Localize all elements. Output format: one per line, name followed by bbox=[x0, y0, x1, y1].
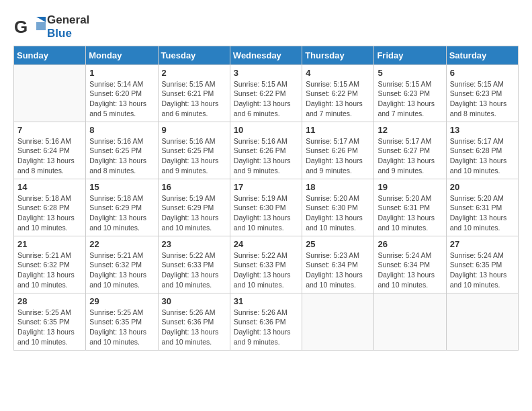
day-info: Sunrise: 5:17 AM Sunset: 6:27 PM Dayligh… bbox=[378, 136, 442, 176]
day-info: Sunrise: 5:20 AM Sunset: 6:31 PM Dayligh… bbox=[450, 193, 515, 233]
day-info: Sunrise: 5:16 AM Sunset: 6:26 PM Dayligh… bbox=[234, 136, 298, 176]
day-number: 30 bbox=[162, 296, 226, 306]
day-number: 4 bbox=[306, 68, 370, 78]
cell-w1-d7: 6Sunrise: 5:15 AM Sunset: 6:23 PM Daylig… bbox=[446, 64, 518, 122]
day-number: 8 bbox=[89, 125, 154, 135]
week-row-1: 1Sunrise: 5:14 AM Sunset: 6:20 PM Daylig… bbox=[14, 64, 519, 122]
cell-w2-d2: 8Sunrise: 5:16 AM Sunset: 6:25 PM Daylig… bbox=[86, 122, 158, 179]
cell-w5-d6 bbox=[374, 293, 446, 350]
cell-w2-d4: 10Sunrise: 5:16 AM Sunset: 6:26 PM Dayli… bbox=[230, 122, 302, 179]
day-number: 31 bbox=[234, 296, 298, 306]
cell-w3-d6: 19Sunrise: 5:20 AM Sunset: 6:31 PM Dayli… bbox=[374, 179, 446, 236]
day-info: Sunrise: 5:15 AM Sunset: 6:21 PM Dayligh… bbox=[162, 79, 226, 119]
logo: G General Blue bbox=[13, 13, 89, 40]
calendar-table: Sunday Monday Tuesday Wednesday Thursday… bbox=[13, 46, 519, 351]
calendar-body: 1Sunrise: 5:14 AM Sunset: 6:20 PM Daylig… bbox=[14, 64, 519, 350]
day-info: Sunrise: 5:16 AM Sunset: 6:25 PM Dayligh… bbox=[162, 136, 226, 176]
cell-w3-d5: 18Sunrise: 5:20 AM Sunset: 6:30 PM Dayli… bbox=[302, 179, 374, 236]
cell-w4-d5: 25Sunrise: 5:23 AM Sunset: 6:34 PM Dayli… bbox=[302, 236, 374, 293]
day-number: 11 bbox=[306, 125, 370, 135]
cell-w1-d2: 1Sunrise: 5:14 AM Sunset: 6:20 PM Daylig… bbox=[86, 64, 158, 122]
cell-w4-d7: 27Sunrise: 5:24 AM Sunset: 6:35 PM Dayli… bbox=[446, 236, 518, 293]
weekday-header-row: Sunday Monday Tuesday Wednesday Thursday… bbox=[14, 46, 519, 64]
logo-blue-text: Blue bbox=[47, 27, 72, 40]
day-number: 7 bbox=[17, 125, 82, 135]
day-info: Sunrise: 5:21 AM Sunset: 6:32 PM Dayligh… bbox=[89, 250, 154, 290]
cell-w5-d7 bbox=[446, 293, 518, 350]
day-number: 2 bbox=[162, 68, 226, 78]
day-info: Sunrise: 5:18 AM Sunset: 6:28 PM Dayligh… bbox=[17, 193, 82, 233]
week-row-5: 28Sunrise: 5:25 AM Sunset: 6:35 PM Dayli… bbox=[14, 293, 519, 350]
cell-w3-d4: 17Sunrise: 5:19 AM Sunset: 6:30 PM Dayli… bbox=[230, 179, 302, 236]
day-info: Sunrise: 5:26 AM Sunset: 6:36 PM Dayligh… bbox=[162, 308, 226, 347]
cell-w5-d1: 28Sunrise: 5:25 AM Sunset: 6:35 PM Dayli… bbox=[14, 293, 86, 350]
day-number: 18 bbox=[306, 182, 370, 192]
day-number: 1 bbox=[89, 68, 154, 78]
svg-marker-1 bbox=[36, 17, 46, 22]
day-info: Sunrise: 5:25 AM Sunset: 6:35 PM Dayligh… bbox=[17, 308, 82, 347]
cell-w1-d1 bbox=[14, 64, 86, 122]
logo-general-text: General bbox=[47, 13, 89, 26]
day-info: Sunrise: 5:16 AM Sunset: 6:25 PM Dayligh… bbox=[89, 136, 154, 176]
day-number: 12 bbox=[378, 125, 442, 135]
day-number: 9 bbox=[162, 125, 226, 135]
day-number: 21 bbox=[17, 239, 82, 249]
week-row-3: 14Sunrise: 5:18 AM Sunset: 6:28 PM Dayli… bbox=[14, 179, 519, 236]
day-info: Sunrise: 5:20 AM Sunset: 6:31 PM Dayligh… bbox=[378, 193, 442, 233]
day-info: Sunrise: 5:16 AM Sunset: 6:24 PM Dayligh… bbox=[17, 136, 82, 176]
day-number: 3 bbox=[234, 68, 298, 78]
day-info: Sunrise: 5:22 AM Sunset: 6:33 PM Dayligh… bbox=[234, 250, 298, 290]
day-number: 13 bbox=[450, 125, 515, 135]
cell-w3-d2: 15Sunrise: 5:18 AM Sunset: 6:29 PM Dayli… bbox=[86, 179, 158, 236]
cell-w1-d6: 5Sunrise: 5:15 AM Sunset: 6:23 PM Daylig… bbox=[374, 64, 446, 122]
day-info: Sunrise: 5:23 AM Sunset: 6:34 PM Dayligh… bbox=[306, 250, 370, 290]
day-number: 27 bbox=[450, 239, 515, 249]
cell-w5-d3: 30Sunrise: 5:26 AM Sunset: 6:36 PM Dayli… bbox=[158, 293, 230, 350]
day-number: 26 bbox=[378, 239, 442, 249]
day-info: Sunrise: 5:17 AM Sunset: 6:28 PM Dayligh… bbox=[450, 136, 515, 176]
day-info: Sunrise: 5:20 AM Sunset: 6:30 PM Dayligh… bbox=[306, 193, 370, 233]
day-number: 16 bbox=[162, 182, 226, 192]
day-info: Sunrise: 5:15 AM Sunset: 6:23 PM Dayligh… bbox=[378, 79, 442, 119]
col-saturday: Saturday bbox=[446, 46, 518, 64]
page-header: G General Blue bbox=[13, 13, 519, 40]
cell-w5-d5 bbox=[302, 293, 374, 350]
day-number: 17 bbox=[234, 182, 298, 192]
cell-w2-d3: 9Sunrise: 5:16 AM Sunset: 6:25 PM Daylig… bbox=[158, 122, 230, 179]
cell-w2-d6: 12Sunrise: 5:17 AM Sunset: 6:27 PM Dayli… bbox=[374, 122, 446, 179]
week-row-2: 7Sunrise: 5:16 AM Sunset: 6:24 PM Daylig… bbox=[14, 122, 519, 179]
cell-w2-d7: 13Sunrise: 5:17 AM Sunset: 6:28 PM Dayli… bbox=[446, 122, 518, 179]
col-sunday: Sunday bbox=[14, 46, 86, 64]
cell-w4-d6: 26Sunrise: 5:24 AM Sunset: 6:34 PM Dayli… bbox=[374, 236, 446, 293]
cell-w1-d3: 2Sunrise: 5:15 AM Sunset: 6:21 PM Daylig… bbox=[158, 64, 230, 122]
cell-w3-d1: 14Sunrise: 5:18 AM Sunset: 6:28 PM Dayli… bbox=[14, 179, 86, 236]
cell-w4-d4: 24Sunrise: 5:22 AM Sunset: 6:33 PM Dayli… bbox=[230, 236, 302, 293]
cell-w1-d5: 4Sunrise: 5:15 AM Sunset: 6:22 PM Daylig… bbox=[302, 64, 374, 122]
day-number: 23 bbox=[162, 239, 226, 249]
cell-w5-d2: 29Sunrise: 5:25 AM Sunset: 6:35 PM Dayli… bbox=[86, 293, 158, 350]
cell-w1-d4: 3Sunrise: 5:15 AM Sunset: 6:22 PM Daylig… bbox=[230, 64, 302, 122]
cell-w4-d1: 21Sunrise: 5:21 AM Sunset: 6:32 PM Dayli… bbox=[14, 236, 86, 293]
col-monday: Monday bbox=[86, 46, 158, 64]
day-number: 5 bbox=[378, 68, 442, 78]
day-number: 24 bbox=[234, 239, 298, 249]
cell-w4-d2: 22Sunrise: 5:21 AM Sunset: 6:32 PM Dayli… bbox=[86, 236, 158, 293]
cell-w5-d4: 31Sunrise: 5:26 AM Sunset: 6:36 PM Dayli… bbox=[230, 293, 302, 350]
day-number: 14 bbox=[17, 182, 82, 192]
cell-w2-d5: 11Sunrise: 5:17 AM Sunset: 6:26 PM Dayli… bbox=[302, 122, 374, 179]
day-info: Sunrise: 5:17 AM Sunset: 6:26 PM Dayligh… bbox=[306, 136, 370, 176]
cell-w3-d7: 20Sunrise: 5:20 AM Sunset: 6:31 PM Dayli… bbox=[446, 179, 518, 236]
day-number: 22 bbox=[89, 239, 154, 249]
col-tuesday: Tuesday bbox=[158, 46, 230, 64]
day-number: 6 bbox=[450, 68, 515, 78]
day-info: Sunrise: 5:24 AM Sunset: 6:35 PM Dayligh… bbox=[450, 250, 515, 290]
cell-w4-d3: 23Sunrise: 5:22 AM Sunset: 6:33 PM Dayli… bbox=[158, 236, 230, 293]
cell-w3-d3: 16Sunrise: 5:19 AM Sunset: 6:29 PM Dayli… bbox=[158, 179, 230, 236]
day-info: Sunrise: 5:24 AM Sunset: 6:34 PM Dayligh… bbox=[378, 250, 442, 290]
svg-marker-2 bbox=[36, 22, 46, 30]
day-number: 15 bbox=[89, 182, 154, 192]
day-info: Sunrise: 5:15 AM Sunset: 6:23 PM Dayligh… bbox=[450, 79, 515, 119]
day-info: Sunrise: 5:19 AM Sunset: 6:29 PM Dayligh… bbox=[162, 193, 226, 233]
logo-svg: G bbox=[13, 14, 47, 40]
day-info: Sunrise: 5:26 AM Sunset: 6:36 PM Dayligh… bbox=[234, 308, 298, 347]
